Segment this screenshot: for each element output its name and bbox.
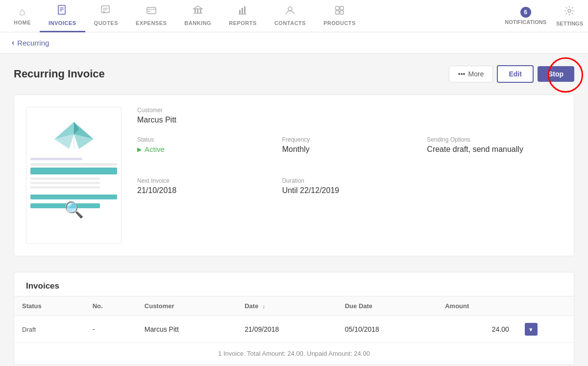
chevron-down-icon: ▾ (529, 326, 533, 333)
settings-gear-icon (564, 5, 575, 19)
nav-quotes[interactable]: QUOTES (85, 0, 127, 32)
col-header-actions (517, 296, 574, 316)
customer-group: Customer Marcus Pitt (137, 107, 562, 124)
reports-icon (238, 5, 248, 19)
more-button[interactable]: ••• More (449, 66, 493, 82)
nav-home[interactable]: ⌂ HOME (5, 0, 40, 32)
svg-rect-22 (336, 11, 339, 14)
table-row: Draft - Marcus Pitt 21/09/2018 05/10/201… (14, 316, 574, 343)
next-invoice-value: 21/10/2018 (137, 186, 272, 195)
main-content: Recurring Invoice ••• More Edit Stop (0, 53, 588, 366)
expenses-icon (146, 5, 157, 19)
breadcrumb-back-button[interactable]: ‹ (12, 38, 14, 47)
svg-marker-10 (194, 6, 202, 9)
settings-button[interactable]: SETTINGS (556, 5, 583, 26)
invoices-table: Status No. Customer Date ↓ Due Date Amou… (14, 296, 574, 342)
duration-label: Duration (282, 177, 417, 184)
cell-no: - (85, 316, 137, 343)
details-row-1: Status ▶ Active Frequency Monthly Sendin… (137, 136, 562, 166)
svg-rect-21 (340, 6, 343, 10)
svg-rect-20 (336, 6, 339, 10)
svg-point-19 (288, 7, 292, 11)
active-arrow-icon: ▶ (137, 146, 142, 153)
customer-value: Marcus Pitt (137, 116, 562, 124)
cell-row-action: ▾ (517, 316, 574, 343)
notifications-button[interactable]: 6 NOTIFICATIONS (505, 7, 546, 25)
col-header-due-date: Due Date (337, 296, 438, 316)
svg-rect-15 (239, 10, 241, 14)
header-actions: ••• More Edit Stop (449, 65, 574, 83)
preview-search-icon: 🔍 (64, 200, 84, 219)
sending-options-label: Sending Options (427, 136, 562, 143)
breadcrumb-link[interactable]: Recurring (17, 39, 49, 47)
details-row-2: Next Invoice 21/10/2018 Duration Until 2… (137, 177, 562, 207)
invoices-icon (57, 5, 68, 19)
frequency-label: Frequency (282, 136, 417, 143)
status-badge: Draft (22, 326, 36, 333)
svg-point-24 (568, 9, 571, 12)
cell-amount: 24.00 (437, 316, 517, 343)
col-header-no: No. (85, 296, 137, 316)
date-sort-icon: ↓ (262, 302, 266, 310)
edit-button[interactable]: Edit (497, 65, 533, 83)
invoice-details: Customer Marcus Pitt Status ▶ Active Fre… (137, 107, 562, 244)
invoices-section: Invoices Status No. Customer Date ↓ Due … (14, 272, 574, 365)
svg-rect-11 (195, 9, 196, 13)
svg-rect-7 (147, 7, 156, 14)
svg-rect-13 (200, 9, 201, 13)
col-header-amount: Amount (437, 296, 517, 316)
nav-products[interactable]: PRODUCTS (315, 0, 365, 32)
sending-options-value: Create draft, send manually (427, 145, 562, 154)
page-title: Recurring Invoice (14, 68, 105, 80)
row-action-button[interactable]: ▾ (525, 323, 538, 336)
nav-invoices[interactable]: INVOICES (40, 0, 85, 32)
products-icon (334, 5, 345, 19)
cell-customer: Marcus Pitt (137, 316, 237, 343)
breadcrumb: ‹ Recurring (0, 32, 588, 53)
next-invoice-group: Next Invoice 21/10/2018 (137, 177, 272, 195)
status-label: Status (137, 136, 272, 143)
status-value: ▶ Active (137, 145, 272, 153)
nav-reports[interactable]: REPORTS (220, 0, 266, 32)
cell-due-date: 05/10/2018 (337, 316, 438, 343)
svg-rect-0 (58, 5, 65, 14)
table-footer: 1 Invoice. Total Amount: 24.00. Unpaid A… (14, 342, 574, 364)
more-dots-icon: ••• (458, 70, 466, 78)
invoice-preview: 🔍 (26, 107, 122, 244)
banking-icon (193, 5, 203, 19)
cell-date: 21/09/2018 (237, 316, 337, 343)
invoice-card: 🔍 Customer Marcus Pitt Status ▶ Active (14, 95, 574, 256)
next-invoice-label: Next Invoice (137, 177, 272, 184)
col-header-date[interactable]: Date ↓ (237, 296, 337, 316)
invoices-section-title: Invoices (14, 272, 574, 296)
cell-status: Draft (14, 316, 85, 343)
table-header-row: Status No. Customer Date ↓ Due Date Amou… (14, 296, 574, 316)
col-header-status: Status (14, 296, 85, 316)
nav-banking[interactable]: BANKING (175, 0, 220, 32)
svg-rect-4 (101, 6, 109, 13)
nav-contacts[interactable]: CONTACTS (266, 0, 315, 32)
notifications-badge: 6 (520, 7, 531, 18)
nav-expenses[interactable]: EXPENSES (127, 0, 175, 32)
duration-group: Duration Until 22/12/2019 (282, 177, 417, 195)
stop-button[interactable]: Stop (538, 66, 574, 82)
svg-rect-16 (242, 8, 243, 14)
svg-rect-23 (340, 11, 343, 14)
topnav: ⌂ HOME INVOICES QUOTES (0, 0, 588, 32)
col-header-customer: Customer (137, 296, 237, 316)
contacts-icon (285, 5, 295, 19)
quotes-icon (100, 5, 111, 19)
duration-value: Until 22/12/2019 (282, 186, 417, 195)
svg-rect-17 (244, 6, 245, 14)
home-icon: ⌂ (19, 5, 26, 18)
sending-options-group: Sending Options Create draft, send manua… (427, 136, 562, 154)
invoice-thumbnail-bird (52, 117, 96, 153)
svg-point-9 (148, 10, 149, 12)
frequency-group: Frequency Monthly (282, 136, 417, 154)
frequency-value: Monthly (282, 145, 417, 154)
status-group: Status ▶ Active (137, 136, 272, 154)
customer-label: Customer (137, 107, 562, 114)
page-header: Recurring Invoice ••• More Edit Stop (14, 65, 574, 83)
svg-rect-12 (197, 9, 198, 13)
